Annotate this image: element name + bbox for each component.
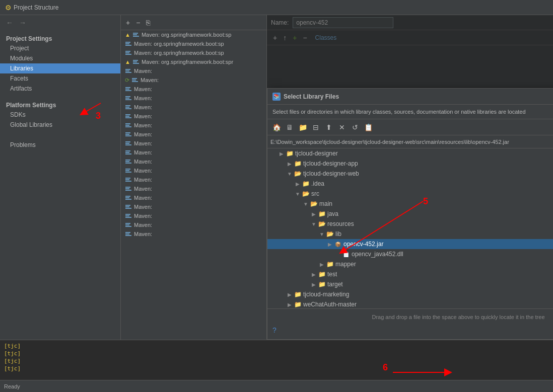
list-item[interactable]: Maven: (121, 139, 266, 148)
tree-item-resources[interactable]: ▼ 📂 resources (267, 219, 553, 229)
platform-settings-header: Platform Settings (0, 99, 120, 110)
remove-library-btn[interactable]: − (134, 18, 142, 28)
list-item[interactable]: Maven: (121, 229, 266, 239)
list-item[interactable]: Maven: (121, 211, 266, 220)
left-panel-nav: ← → (0, 15, 120, 30)
tree-arrow: ▼ (318, 231, 326, 237)
tree-item-src[interactable]: ▼ 📂 src (267, 189, 553, 199)
tree-arrow: ▼ (302, 201, 310, 207)
left-panel-content: Project Settings Project Modules Librari… (0, 30, 120, 340)
tree-item-tjcloud-designer-web[interactable]: ▼ 📂 tjcloud-designer-web (267, 169, 553, 179)
copy-path-btn[interactable]: 📋 (362, 121, 374, 133)
list-item[interactable]: ⟳ Maven: (121, 75, 266, 85)
sidebar-item-problems[interactable]: Problems (0, 140, 120, 150)
copy-library-btn[interactable]: ⎘ (144, 18, 152, 28)
sidebar-item-project[interactable]: Project (0, 43, 120, 53)
home-btn[interactable]: 🏠 (270, 121, 283, 133)
sidebar-item-artifacts[interactable]: Artifacts (0, 84, 120, 94)
desktop-btn[interactable]: 🖥 (284, 121, 296, 133)
tree-item-opencv-452-jar[interactable]: ▶ 📦 opencv-452.jar (267, 239, 553, 249)
tree-item-tjcloud-marketing[interactable]: ▶ 📁 tjcloud-marketing (267, 289, 553, 299)
folder-icon: 📂 (326, 230, 334, 238)
center-toolbar: + − ⎘ (121, 15, 266, 30)
list-item[interactable]: Maven: org.springframework.boot:sp (121, 39, 266, 48)
dialog-overlay: 📚 Select Library Files ✕ Select files or… (267, 15, 553, 340)
tree-item-mapper[interactable]: ▶ 📁 mapper (267, 259, 553, 269)
dialog-title-bar: 📚 Select Library Files ✕ (267, 89, 553, 105)
title-bar: ⚙ Project Structure (0, 0, 553, 15)
back-arrow[interactable]: ← (4, 18, 15, 28)
tree-item-wechatauth-master[interactable]: ▶ 📁 weChatAuth-master (267, 299, 553, 308)
nav-up-btn[interactable]: ⬆ (323, 121, 335, 133)
list-item[interactable]: Maven: (121, 94, 266, 103)
center-panel: + − ⎘ ▲ Maven: org.springframework.boot:… (121, 15, 267, 340)
list-item[interactable]: ▲ Maven: org.springframework.boot:sp (121, 30, 266, 39)
tree-item-idea[interactable]: ▶ 📁 .idea (267, 179, 553, 189)
folder-icon: 📁 (302, 180, 310, 188)
list-item[interactable]: Maven: (121, 175, 266, 184)
tree-item-test[interactable]: ▶ 📁 test (267, 269, 553, 279)
tree-item-main[interactable]: ▼ 📂 main (267, 199, 553, 209)
dll-icon: 📄 (342, 250, 350, 258)
folder-icon: 📂 (294, 170, 302, 178)
warning-icon: ▲ (125, 59, 130, 65)
sidebar-item-libraries[interactable]: Libraries (0, 63, 120, 73)
tree-arrow: ▶ (278, 151, 286, 156)
list-item[interactable]: Maven: (121, 193, 266, 202)
project-settings-header: Project Settings (0, 32, 120, 43)
select-library-files-dialog: 📚 Select Library Files ✕ Select files or… (267, 88, 553, 340)
tree-arrow: ▶ (286, 292, 294, 297)
folder-icon: 📁 (286, 149, 294, 158)
tree-item-tjcloud-designer-app[interactable]: ▶ 📁 tjcloud-designer-app (267, 159, 553, 169)
tree-item-java[interactable]: ▶ 📁 java (267, 209, 553, 219)
sidebar-item-sdks[interactable]: SDKs (0, 110, 120, 120)
new-folder-btn[interactable]: 📁 (297, 121, 309, 133)
list-item[interactable]: Maven: (121, 85, 266, 94)
tree-arrow: ▶ (286, 302, 294, 307)
dialog-path-bar: E:\Dowin_workspace\tjcloud-designer\tjcl… (267, 135, 553, 148)
dialog-description: Select files or directories in which lib… (267, 105, 553, 119)
dialog-buttons: ? OK Cancel (272, 322, 553, 336)
folder-icon: 📂 (318, 220, 326, 228)
forward-arrow[interactable]: → (17, 18, 28, 28)
dialog-file-tree: ▶ 📁 tjcloud-designer ▶ 📁 tjcloud-designe… (267, 148, 553, 308)
tree-item-opencv-java452-dll[interactable]: ▶ 📄 opencv_java452.dll (267, 249, 553, 259)
dialog-file-toolbar: 🏠 🖥 📁 ⊟ ⬆ ✕ ↺ 📋 Hide path (267, 119, 553, 135)
library-list: ▲ Maven: org.springframework.boot:sp Mav… (121, 30, 266, 340)
refresh-icon: ⟳ (125, 77, 129, 84)
jar-icon: 📦 (334, 240, 342, 248)
folder-icon: 📁 (294, 290, 302, 298)
list-item[interactable]: Maven: (121, 220, 266, 229)
tree-item-target[interactable]: ▶ 📁 target (267, 279, 553, 289)
list-item[interactable]: Maven: (121, 184, 266, 193)
tree-arrow: ▶ (310, 282, 318, 287)
tree-item-tjcloud-designer[interactable]: ▶ 📁 tjcloud-designer (267, 148, 553, 159)
delete-btn[interactable]: ✕ (336, 121, 348, 133)
list-item[interactable]: Maven: (121, 130, 266, 139)
list-item[interactable]: Maven: (121, 166, 266, 175)
list-item[interactable]: Maven: (121, 157, 266, 166)
sidebar-item-modules[interactable]: Modules (0, 53, 120, 63)
list-item[interactable]: ▲ Maven: org.springframework.boot:spr (121, 57, 266, 66)
right-panel: Name: + ↑ + − Classes 📚 Select Library F… (267, 15, 553, 340)
sidebar-item-facets[interactable]: Facets (0, 73, 120, 84)
tree-arrow: ▶ (326, 242, 334, 247)
list-item[interactable]: Maven: (121, 66, 266, 75)
help-btn[interactable]: ? (272, 324, 276, 336)
list-item[interactable]: Maven: org.springframework.boot:sp (121, 48, 266, 57)
list-item[interactable]: Maven: (121, 202, 266, 211)
status-text: Ready (4, 383, 20, 389)
status-bar: Ready (0, 380, 553, 392)
folder-icon: 📂 (302, 190, 310, 198)
add-library-btn[interactable]: + (124, 18, 132, 28)
sidebar-item-global-libraries[interactable]: Global Libraries (0, 120, 120, 130)
tree-item-lib[interactable]: ▼ 📂 lib (267, 229, 553, 239)
collapse-btn[interactable]: ⊟ (310, 121, 322, 133)
list-item[interactable]: Maven: (121, 121, 266, 130)
refresh-btn[interactable]: ↺ (349, 121, 361, 133)
list-item[interactable]: Maven: (121, 103, 266, 112)
list-item[interactable]: Maven: (121, 112, 266, 121)
list-item[interactable]: Maven: (121, 148, 266, 157)
dialog-icon: 📚 (272, 93, 281, 101)
folder-icon: 📁 (318, 270, 326, 278)
